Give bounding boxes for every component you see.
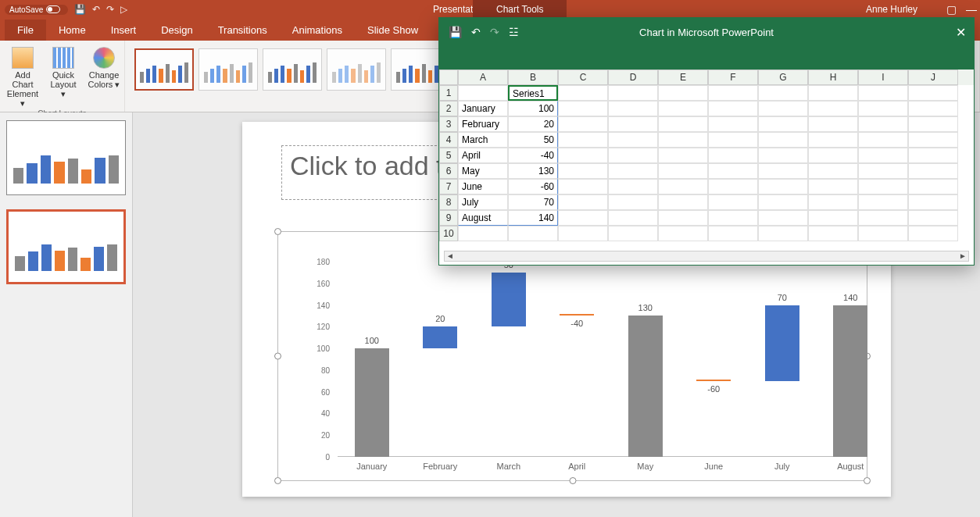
excel-cell[interactable] [708,132,758,148]
excel-cell[interactable] [908,148,958,163]
tab-animations[interactable]: Animations [280,20,355,41]
excel-cell[interactable] [758,148,808,163]
excel-col-header[interactable]: C [558,70,608,85]
chart-data-editor-window[interactable]: 💾 ↶ ↷ ☳ Chart in Microsoft PowerPoint ✕ … [438,17,975,266]
excel-cell[interactable] [708,116,758,132]
excel-row-header[interactable]: 4 [439,132,458,148]
excel-grid[interactable]: 1Series12January1003February204March505A… [439,85,974,241]
excel-cell[interactable] [708,226,758,241]
excel-cell[interactable] [608,210,658,226]
selection-handle[interactable] [274,353,281,360]
change-colors-button[interactable]: Change Colors ▾ [88,47,120,89]
excel-cell[interactable] [808,163,858,179]
excel-cell[interactable]: June [458,179,508,194]
excel-cell[interactable] [658,210,708,226]
excel-cell[interactable] [908,101,958,116]
excel-cell[interactable] [708,179,758,194]
chart-object[interactable]: 020406080100120140160180 1002050-40130-6… [277,231,867,481]
excel-cell[interactable] [608,194,658,210]
user-name[interactable]: Anne Hurley [866,4,917,15]
excel-cell[interactable] [558,132,608,148]
ribbon-options-icon[interactable]: ▢ [946,3,957,16]
excel-cell[interactable] [458,226,508,241]
excel-cell[interactable] [758,194,808,210]
excel-cell[interactable]: 100 [508,101,558,116]
excel-cell[interactable] [558,101,608,116]
excel-cell[interactable] [808,179,858,194]
excel-cell[interactable] [658,85,708,101]
selection-handle[interactable] [274,228,281,235]
excel-cell[interactable] [908,194,958,210]
scroll-right-icon[interactable]: ► [957,251,968,261]
excel-cell[interactable] [858,148,908,163]
excel-cell[interactable]: 50 [508,132,558,148]
chart-bar[interactable]: 70 [760,262,804,457]
excel-col-header[interactable]: B [508,70,558,85]
excel-redo-icon[interactable]: ↷ [490,26,499,38]
excel-row-header[interactable]: 3 [439,116,458,132]
excel-cell[interactable] [558,210,608,226]
chart-style-1[interactable] [134,48,194,91]
save-icon[interactable]: 💾 [74,4,86,15]
minimize-icon[interactable]: — [966,3,977,16]
excel-customize-icon[interactable]: ☳ [509,26,519,38]
tab-insert[interactable]: Insert [98,20,149,41]
excel-cell[interactable] [758,179,808,194]
excel-cell[interactable]: Series1 [508,85,558,101]
excel-cell[interactable] [608,116,658,132]
excel-cell[interactable] [458,85,508,101]
excel-cell[interactable] [658,132,708,148]
excel-cell[interactable] [808,226,858,241]
excel-col-header[interactable]: D [608,70,658,85]
excel-cell[interactable] [708,148,758,163]
excel-cell[interactable]: August [458,210,508,226]
excel-cell[interactable] [658,116,708,132]
excel-col-header[interactable]: G [758,70,808,85]
excel-save-icon[interactable]: 💾 [449,26,462,38]
excel-cell[interactable] [708,194,758,210]
excel-cell[interactable] [858,210,908,226]
excel-cell[interactable]: 140 [508,210,558,226]
excel-cell[interactable] [908,163,958,179]
excel-row-header[interactable]: 6 [439,163,458,179]
excel-row-header[interactable]: 8 [439,194,458,210]
excel-cell[interactable] [858,116,908,132]
add-chart-element-button[interactable]: Add Chart Element ▾ [6,47,39,108]
chart-bar[interactable]: 140 [828,262,872,457]
excel-cell[interactable] [558,85,608,101]
excel-cell[interactable] [808,85,858,101]
tab-home[interactable]: Home [46,20,98,41]
excel-cell[interactable]: 20 [508,116,558,132]
selection-handle[interactable] [569,477,576,484]
quick-layout-button[interactable]: Quick Layout ▾ [47,47,80,98]
selection-handle[interactable] [274,477,281,484]
excel-cell[interactable] [708,163,758,179]
start-slideshow-icon[interactable]: ▷ [120,4,127,15]
excel-cell[interactable] [908,210,958,226]
excel-cell[interactable] [908,226,958,241]
excel-cell[interactable] [758,210,808,226]
excel-cell[interactable]: May [458,163,508,179]
chart-tools-contextual-tab[interactable]: Chart Tools [473,0,567,19]
slide-thumbnail-1[interactable] [6,120,126,195]
excel-cell[interactable]: 70 [508,194,558,210]
excel-row-header[interactable]: 5 [439,148,458,163]
excel-row-header[interactable]: 9 [439,210,458,226]
excel-cell[interactable]: 130 [508,163,558,179]
excel-cell[interactable]: March [458,132,508,148]
excel-col-header[interactable]: E [658,70,708,85]
slide-thumbnail-2[interactable] [6,209,126,284]
excel-row-header[interactable]: 10 [439,226,458,241]
excel-cell[interactable] [608,148,658,163]
excel-cell[interactable] [658,194,708,210]
excel-col-header[interactable]: A [458,70,508,85]
excel-cell[interactable] [908,132,958,148]
excel-col-header[interactable]: I [858,70,908,85]
excel-cell[interactable] [658,163,708,179]
undo-icon[interactable]: ↶ [92,4,100,15]
excel-cell[interactable] [758,85,808,101]
chart-style-2[interactable] [199,48,258,91]
excel-cell[interactable] [858,163,908,179]
excel-select-all-corner[interactable] [439,70,458,85]
chart-bar[interactable]: 50 [487,262,531,457]
